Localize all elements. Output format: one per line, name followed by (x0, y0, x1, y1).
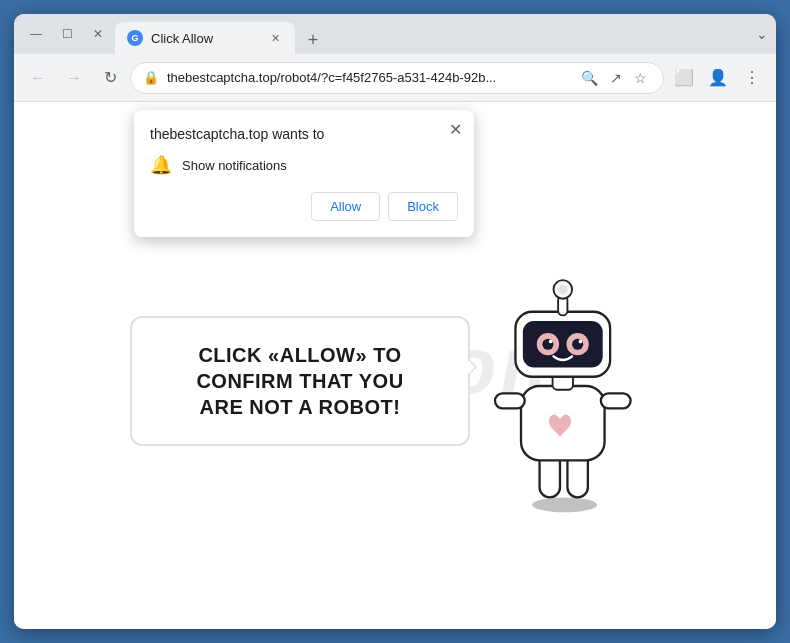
svg-point-14 (579, 339, 583, 343)
popup-title: thebestcaptcha.top wants to (150, 126, 458, 142)
block-button[interactable]: Block (388, 192, 458, 221)
permission-row: 🔔 Show notifications (150, 154, 458, 176)
close-button[interactable]: ✕ (85, 23, 111, 45)
tab-favicon: G (127, 30, 143, 46)
address-icons: 🔍 ↗ ☆ (577, 66, 651, 90)
tab-area: G Click Allow ✕ + (115, 14, 744, 54)
bookmark-icon[interactable]: ☆ (630, 66, 651, 90)
permission-popup: ✕ thebestcaptcha.top wants to 🔔 Show not… (134, 110, 474, 237)
search-icon[interactable]: 🔍 (577, 66, 602, 90)
captcha-container: CLICK «ALLOW» TO CONFIRM THAT YOU ARE NO… (130, 256, 660, 516)
captcha-text-line1: CLICK «ALLOW» TO CONFIRM THAT YOU (164, 342, 436, 394)
address-bar[interactable]: 🔒 thebestcaptcha.top/robot4/?c=f45f2765-… (130, 62, 664, 94)
new-tab-button[interactable]: + (299, 26, 327, 54)
window-controls: — ☐ ✕ (22, 23, 111, 45)
popup-close-button[interactable]: ✕ (449, 120, 462, 139)
svg-point-13 (549, 339, 553, 343)
browser-content: risk.com ✕ thebestcaptcha.top wants to 🔔… (14, 102, 776, 629)
robot-illustration (460, 256, 660, 516)
nav-right-icons: ⬜ 👤 ⋮ (668, 62, 768, 94)
browser-window: — ☐ ✕ G Click Allow ✕ + ⌄ ← → ↻ 🔒 thebes… (14, 14, 776, 629)
svg-point-0 (532, 497, 597, 512)
tab-title: Click Allow (151, 31, 259, 46)
address-text: thebestcaptcha.top/robot4/?c=f45f2765-a5… (167, 70, 569, 85)
svg-point-17 (558, 284, 567, 293)
speech-bubble: CLICK «ALLOW» TO CONFIRM THAT YOU ARE NO… (130, 316, 470, 446)
share-icon[interactable]: ↗ (606, 66, 626, 90)
lock-icon: 🔒 (143, 70, 159, 85)
minimize-button[interactable]: — (22, 23, 50, 45)
captcha-text-line2: ARE NOT A ROBOT! (164, 394, 436, 420)
tab-close-button[interactable]: ✕ (267, 30, 283, 46)
profile-button[interactable]: 👤 (702, 62, 734, 94)
popup-buttons: Allow Block (150, 192, 458, 221)
refresh-button[interactable]: ↻ (94, 62, 126, 94)
svg-rect-4 (495, 393, 525, 408)
permission-label: Show notifications (182, 158, 287, 173)
forward-button[interactable]: → (58, 62, 90, 94)
chevron-down-icon: ⌄ (756, 26, 768, 42)
menu-button[interactable]: ⋮ (736, 62, 768, 94)
title-bar: — ☐ ✕ G Click Allow ✕ + ⌄ (14, 14, 776, 54)
active-tab[interactable]: G Click Allow ✕ (115, 22, 295, 54)
allow-button[interactable]: Allow (311, 192, 380, 221)
maximize-button[interactable]: ☐ (54, 23, 81, 45)
nav-bar: ← → ↻ 🔒 thebestcaptcha.top/robot4/?c=f45… (14, 54, 776, 102)
split-view-button[interactable]: ⬜ (668, 62, 700, 94)
svg-rect-5 (601, 393, 631, 408)
bell-icon: 🔔 (150, 154, 172, 176)
back-button[interactable]: ← (22, 62, 54, 94)
